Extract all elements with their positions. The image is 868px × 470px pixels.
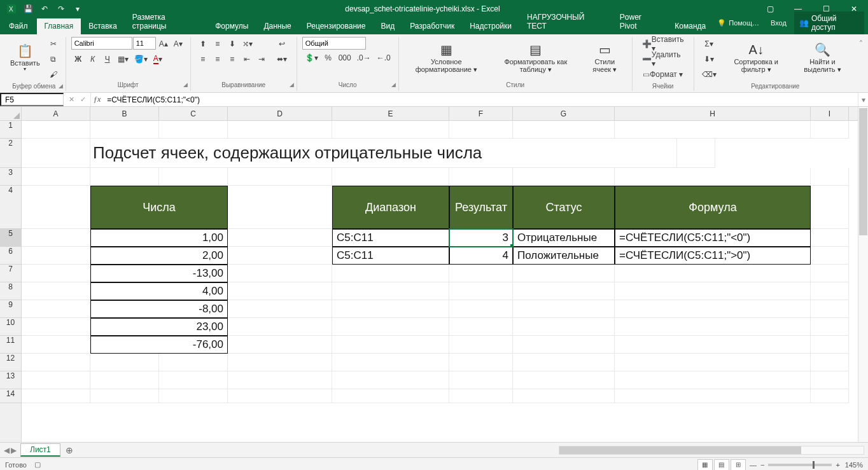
range-cell[interactable]: C5:C11 (332, 229, 449, 247)
row-header[interactable]: 9 (0, 300, 21, 318)
share-button[interactable]: 👥Общий доступ (794, 11, 864, 34)
redo-icon[interactable]: ↷ (53, 1, 69, 17)
sheet-nav-prev-icon[interactable]: ◀ (4, 446, 10, 455)
undo-icon[interactable]: ↶ (37, 1, 52, 17)
tab-page-layout[interactable]: Разметка страницы (125, 10, 207, 34)
enter-formula-icon[interactable]: ✓ (78, 95, 88, 104)
row-header[interactable]: 11 (0, 336, 21, 354)
new-sheet-button[interactable]: ⊕ (60, 445, 78, 455)
row-header[interactable]: 5 (0, 229, 21, 247)
format-cells-button[interactable]: ▭ Формат ▾ (638, 67, 689, 81)
col-header[interactable]: I (811, 107, 849, 120)
qat-customize-icon[interactable]: ▾ (70, 1, 85, 17)
number-cell[interactable]: 4,00 (90, 282, 228, 300)
dialog-launcher-icon[interactable]: ◢ (183, 81, 188, 88)
view-page-break-button[interactable]: ⊞ (731, 459, 746, 471)
row-header[interactable]: 1 (0, 121, 21, 139)
collapse-ribbon-icon[interactable]: ˄ (857, 37, 865, 91)
tab-addins[interactable]: Надстройки (462, 18, 519, 34)
align-bottom-button[interactable]: ⬇ (225, 37, 239, 51)
save-icon[interactable]: 💾 (20, 1, 36, 17)
zoom-out-button[interactable]: − (760, 461, 764, 469)
bold-button[interactable]: Ж (71, 52, 85, 66)
view-page-layout-button[interactable]: ▤ (714, 459, 729, 471)
zoom-slider[interactable] (768, 464, 832, 466)
zoom-in-button[interactable]: + (836, 461, 839, 469)
range-cell[interactable]: C5:C11 (332, 247, 449, 265)
formula-cell[interactable]: =СЧЁТЕСЛИ(C5:C11;"<0") (615, 229, 811, 247)
sort-filter-button[interactable]: A↓Сортировка и фильтр ▾ (723, 37, 790, 79)
column-headers[interactable]: A B C D E F G H I (22, 107, 858, 121)
align-center-button[interactable]: ≡ (211, 52, 225, 66)
number-format-select[interactable] (302, 37, 366, 50)
percent-format-button[interactable]: % (321, 51, 335, 65)
row-header[interactable]: 4 (0, 186, 21, 229)
paste-button[interactable]: 📋Вставить▾ (8, 37, 43, 79)
result-cell[interactable]: 4 (449, 247, 513, 265)
row-header[interactable]: 10 (0, 318, 21, 336)
copy-button[interactable]: ⧉ (46, 52, 60, 66)
vertical-scrollbar[interactable] (858, 107, 868, 442)
dialog-launcher-icon[interactable]: ◢ (290, 81, 294, 88)
cancel-formula-icon[interactable]: ✕ (66, 95, 76, 104)
zoom-level[interactable]: 145% (845, 461, 863, 469)
row-header[interactable]: 7 (0, 265, 21, 282)
align-right-button[interactable]: ≡ (225, 52, 239, 66)
col-header[interactable]: H (615, 107, 811, 120)
cells-grid[interactable]: Подсчет ячеек, содержащих отрицательные … (22, 121, 858, 442)
underline-button[interactable]: Ч (101, 52, 115, 66)
tab-data[interactable]: Данные (256, 18, 298, 34)
italic-button[interactable]: К (86, 52, 100, 66)
col-header[interactable]: C (159, 107, 228, 120)
row-header[interactable]: 3 (0, 168, 21, 186)
select-all-corner[interactable] (0, 107, 22, 121)
number-cell[interactable]: 1,00 (90, 229, 228, 247)
insert-cells-button[interactable]: ➕ Вставить ▾ (638, 37, 689, 51)
tab-review[interactable]: Рецензирование (299, 18, 374, 34)
accounting-format-button[interactable]: 💲▾ (302, 51, 321, 65)
status-cell[interactable]: Отрицательные (513, 229, 615, 247)
tab-insert[interactable]: Вставка (81, 18, 125, 34)
cut-button[interactable]: ✂ (46, 37, 60, 51)
tab-view[interactable]: Вид (373, 18, 402, 34)
conditional-formatting-button[interactable]: ▦Условное форматирование ▾ (404, 37, 489, 79)
col-header[interactable]: B (90, 107, 159, 120)
tab-formulas[interactable]: Формулы (207, 18, 256, 34)
row-header[interactable]: 2 (0, 139, 21, 168)
col-header[interactable]: F (449, 107, 513, 120)
format-painter-button[interactable]: 🖌 (46, 67, 60, 81)
number-cell[interactable]: -13,00 (90, 265, 228, 282)
delete-cells-button[interactable]: ➖ Удалить ▾ (638, 52, 689, 66)
sheet-nav-next-icon[interactable]: ▶ (11, 446, 17, 455)
merge-center-button[interactable]: ⬌▾ (272, 52, 291, 66)
tab-load-test[interactable]: НАГРУЗОЧНЫЙ ТЕСТ (519, 10, 612, 34)
excel-icon[interactable]: X (4, 1, 19, 17)
status-cell[interactable]: Положительные (513, 247, 615, 265)
row-header[interactable]: 12 (0, 354, 21, 371)
format-as-table-button[interactable]: ▤Форматировать как таблицу ▾ (493, 37, 579, 79)
formula-input[interactable] (103, 93, 858, 106)
macro-record-icon[interactable]: ▢ (34, 460, 41, 469)
col-header[interactable]: D (228, 107, 332, 120)
wrap-text-button[interactable]: ↩ (272, 37, 291, 51)
decrease-indent-button[interactable]: ⇤ (240, 52, 254, 66)
increase-indent-button[interactable]: ⇥ (255, 52, 269, 66)
name-box[interactable] (0, 93, 64, 106)
borders-button[interactable]: ▦▾ (115, 52, 131, 66)
tab-home[interactable]: Главная (37, 18, 81, 34)
tab-team[interactable]: Команда (667, 18, 713, 34)
align-left-button[interactable]: ≡ (196, 52, 210, 66)
increase-font-button[interactable]: A▴ (157, 37, 171, 51)
expand-formula-bar-icon[interactable]: ▾ (858, 93, 868, 106)
row-header[interactable]: 14 (0, 389, 21, 403)
increase-decimal-button[interactable]: .0→ (354, 51, 374, 65)
view-normal-button[interactable]: ▦ (697, 459, 713, 471)
sign-in[interactable]: Вход (767, 17, 790, 29)
clear-button[interactable]: ⌫▾ (699, 67, 719, 81)
horizontal-scrollbar[interactable] (559, 446, 864, 455)
row-header[interactable]: 6 (0, 247, 21, 265)
fx-icon[interactable]: ƒx (91, 93, 103, 106)
row-header[interactable]: 13 (0, 371, 21, 389)
find-select-button[interactable]: 🔍Найти и выделить ▾ (794, 37, 851, 79)
number-cell[interactable]: -76,00 (90, 336, 228, 354)
